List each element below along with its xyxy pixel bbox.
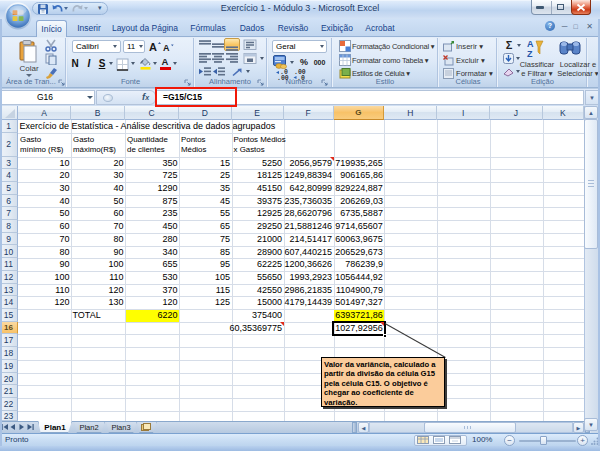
svg-text:A: A (149, 41, 157, 53)
svg-text:A: A (527, 39, 534, 49)
svg-text:.0: .0 (297, 75, 305, 81)
svg-text:Z: Z (527, 49, 533, 58)
svg-text:.00: .00 (277, 75, 289, 81)
svg-text:A: A (163, 43, 170, 53)
